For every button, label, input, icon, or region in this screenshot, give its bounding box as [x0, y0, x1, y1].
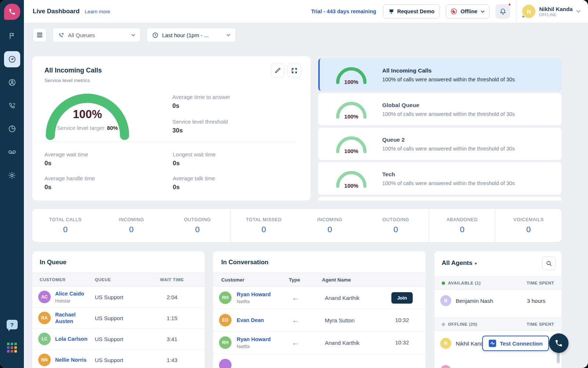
stat-incoming: INCOMING0	[98, 217, 165, 234]
pencil-icon	[275, 67, 281, 74]
agent-row[interactable]: B Benjamin Nash 3 hours	[434, 290, 562, 311]
gear-icon	[8, 171, 16, 180]
customer-link[interactable]: Ryan Howard	[237, 336, 271, 342]
customer-link[interactable]: Nellie Norris	[55, 357, 86, 363]
customer-link[interactable]: Ryan Howard	[237, 291, 271, 297]
agents-section-offline: OFFLINE (20) TIME SPENT	[434, 318, 562, 331]
agents-filter-dropdown[interactable]: All Agents▾	[442, 259, 477, 267]
call-stats-bar: TOTAL CALLS0 INCOMING0 OUTGOING0 TOTAL M…	[32, 209, 562, 242]
metric: Average time to answer 0s	[172, 94, 230, 110]
notifications-button[interactable]	[495, 4, 510, 19]
call-duration: 10:32	[395, 317, 409, 323]
stat-total-missed: TOTAL MISSED0	[230, 209, 297, 242]
bell-icon	[499, 8, 506, 15]
agents-section-available: AVAILABLE (1) TIME SPENT	[434, 276, 562, 290]
agent-status-dropdown[interactable]: Offline	[446, 4, 490, 18]
service-level-gauge: 100% Service level target: 80%	[45, 92, 130, 140]
time-range-dropdown[interactable]: Last hour (1pm - ...	[147, 28, 236, 42]
edit-button[interactable]	[271, 64, 284, 77]
table-row[interactable]: AC Alice CaidoHotstar US Support 2:04	[32, 287, 205, 308]
notification-dot	[508, 3, 511, 6]
mini-gauge: 100%	[334, 134, 368, 154]
table-row[interactable]: RA Rachael Austen US Support 1:15	[32, 308, 205, 329]
queue-card-queue-2[interactable]: 100% Queue 2100% of calls were answered …	[318, 128, 562, 160]
table-row-partial	[213, 354, 426, 368]
search-icon	[546, 261, 552, 266]
metric: Longest wait time 0s	[173, 151, 298, 167]
filter-bar: All Queues Last hour (1pm - ...	[24, 23, 588, 47]
test-connection-button[interactable]: Test Connection	[482, 336, 549, 351]
gauge-target: Service level target: 80%	[45, 125, 130, 131]
avatar: N	[440, 338, 451, 349]
avatar	[219, 359, 232, 368]
customer-link[interactable]: Alice Caido	[55, 291, 84, 297]
queue-card-all-incoming[interactable]: 100% All Incoming Calls100% of calls wer…	[318, 59, 562, 91]
contact-icon	[8, 78, 16, 86]
sidebar-item-dashboard[interactable]	[4, 51, 20, 67]
queues-filter-dropdown[interactable]: All Queues	[53, 28, 141, 42]
avatar: LC	[38, 333, 51, 345]
panel-title: All Incoming Calls	[44, 67, 102, 74]
queue-card-global-queue[interactable]: 100% Global Queue100% of calls were answ…	[318, 93, 562, 125]
table-row[interactable]: NN Nellie Norris US Support 1:43	[32, 350, 205, 368]
table-row[interactable]: RH Ryan HowardNetflix ← Anand Karthik 10…	[213, 332, 426, 354]
join-call-button[interactable]: Join	[391, 292, 413, 304]
pie-chart-icon	[8, 125, 16, 133]
brand-logo[interactable]	[4, 4, 20, 20]
customer-link[interactable]: Lola Carlson	[55, 336, 87, 342]
chevron-down-icon	[576, 10, 581, 13]
avatar: RH	[219, 291, 232, 304]
menu-icon	[37, 32, 43, 38]
table-header: CustomerTypeAgent Name	[213, 273, 426, 287]
metric: Service level threshold 30s	[172, 118, 230, 134]
mini-gauge: 100%	[334, 99, 368, 120]
mini-gauge: 100%	[334, 64, 368, 85]
queue-filter-icon	[58, 32, 64, 38]
user-name: Nikhil Kanda	[539, 6, 573, 13]
incoming-call-arrow-icon: ←	[292, 316, 299, 324]
sidebar-item-announcements[interactable]	[4, 28, 20, 44]
app-window: ? Live Dashboard Learn more Trial - 443 …	[0, 0, 588, 368]
table-row[interactable]: ED Evan Dean ← Myra Sutton 10:32	[213, 309, 426, 332]
expand-icon	[291, 68, 297, 74]
table-row[interactable]: RH Ryan HowardNetflix ← Anand Karthik Jo…	[213, 287, 426, 309]
page-title: Live Dashboard	[33, 8, 80, 15]
dialer-fab[interactable]	[549, 333, 569, 353]
user-status: OFFLINE	[539, 13, 573, 17]
table-row[interactable]: LC Lola Carlson US Support 3:41	[32, 329, 205, 350]
help-button[interactable]: ?	[7, 320, 18, 329]
search-agents-button[interactable]	[542, 256, 556, 270]
request-demo-button[interactable]: Request Demo	[383, 4, 440, 18]
queue-menu-button[interactable]	[33, 28, 47, 42]
sidebar-item-call-logs[interactable]	[4, 98, 20, 114]
in-conversation-panel: In Conversation CustomerTypeAgent Name R…	[213, 251, 426, 368]
chevron-down-icon	[131, 34, 135, 36]
top-header: Live Dashboard Learn more Trial - 443 da…	[24, 0, 588, 23]
stat-outgoing: OUTGOING0	[164, 217, 230, 234]
customer-link[interactable]: Evan Dean	[237, 317, 264, 323]
sidebar-item-contacts[interactable]	[4, 74, 20, 91]
app-switcher-icon[interactable]	[7, 343, 17, 353]
sidebar-item-voicemail[interactable]	[4, 144, 20, 160]
incoming-call-arrow-icon: ←	[292, 294, 299, 302]
queue-card-tech[interactable]: 100% Tech100% of calls were answered wit…	[318, 162, 562, 195]
user-menu[interactable]: N Nikhil Kanda OFFLINE	[522, 5, 581, 18]
customer-link[interactable]: Rachael Austen	[55, 312, 76, 324]
avatar: N	[522, 5, 535, 18]
avatar: RA	[38, 312, 51, 324]
clock-icon	[152, 32, 158, 38]
panel-subtitle: Service level metrics	[44, 78, 90, 83]
avatar: NN	[38, 354, 51, 366]
panel-title: In Queue	[40, 259, 67, 266]
flag-icon	[8, 32, 16, 40]
expand-button[interactable]	[287, 64, 301, 77]
sidebar-item-reports[interactable]	[4, 121, 20, 137]
service-level-panel: All Incoming Calls Service level metrics…	[32, 56, 311, 201]
sidebar-item-settings[interactable]	[4, 167, 20, 183]
in-queue-panel: In Queue CUSTOMERQUEUEWAIT TIME AC Alice…	[32, 251, 205, 368]
available-status-dot	[442, 282, 445, 285]
dashboard-icon	[8, 55, 16, 63]
trial-banner: Trial - 443 days remaining	[311, 8, 376, 14]
avatar: RH	[219, 336, 232, 349]
learn-more-link[interactable]: Learn more	[85, 9, 110, 14]
